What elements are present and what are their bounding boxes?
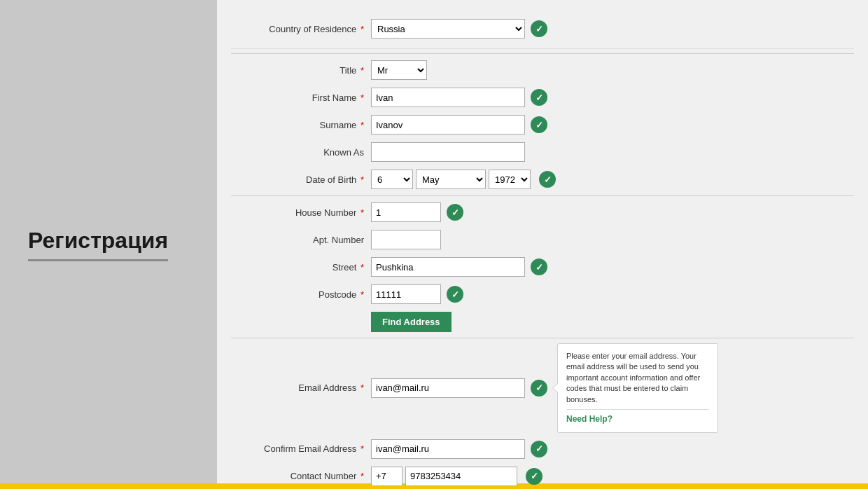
housenumber-label: House Number *	[231, 207, 371, 218]
surname-check	[531, 116, 547, 133]
dob-month-select[interactable]: MayJanuaryFebruaryMarchApril	[416, 170, 486, 189]
street-label: Street *	[231, 262, 371, 273]
dob-day-select[interactable]: 61235	[371, 170, 413, 189]
title-divider	[28, 259, 168, 261]
street-input[interactable]	[371, 257, 525, 277]
email-label: Email Address *	[231, 383, 371, 393]
aptnumber-row: Apt. Number	[231, 228, 854, 251]
street-required: *	[360, 262, 364, 273]
street-check	[531, 259, 547, 275]
main-form: Country of Residence * Russia United Kin…	[217, 0, 868, 489]
postcode-check	[447, 286, 463, 303]
postcode-row: Postcode *	[231, 283, 854, 305]
country-required: *	[360, 24, 364, 34]
contact-required: *	[360, 471, 364, 481]
postcode-label: Postcode *	[231, 289, 371, 300]
divider-3	[231, 338, 854, 338]
findaddress-row: Find Address	[231, 310, 854, 333]
dob-check	[539, 171, 556, 188]
confirm-email-check	[531, 441, 547, 457]
dob-row: Date of Birth * 61235 MayJanuaryFebruary…	[231, 168, 854, 191]
firstname-check	[531, 89, 547, 106]
email-tooltip: Please enter your email address. Your em…	[557, 343, 718, 433]
firstname-row: First Name *	[231, 86, 854, 109]
title-select[interactable]: Mr Mrs Ms Dr	[371, 60, 427, 80]
email-row: Email Address * Please enter your email …	[231, 343, 854, 433]
confirm-email-row: Confirm Email Address *	[231, 438, 854, 460]
housenumber-check	[447, 204, 463, 221]
confirm-email-input[interactable]	[371, 439, 525, 459]
phone-prefix-input[interactable]	[371, 467, 402, 486]
confirm-email-label: Confirm Email Address *	[231, 443, 371, 454]
surname-row: Surname *	[231, 113, 854, 136]
find-address-button[interactable]: Find Address	[371, 312, 451, 332]
surname-input[interactable]	[371, 115, 525, 135]
surname-label: Surname *	[231, 120, 371, 130]
left-panel: Регистрация	[0, 0, 217, 489]
aptnumber-label: Apt. Number	[231, 235, 371, 245]
email-input[interactable]	[371, 378, 525, 398]
title-required: *	[360, 65, 364, 76]
firstname-label: First Name *	[231, 92, 371, 103]
firstname-input[interactable]	[371, 88, 525, 107]
dob-required: *	[360, 174, 364, 185]
postcode-input[interactable]	[371, 284, 441, 304]
contact-row: Contact Number *	[231, 465, 854, 488]
street-row: Street *	[231, 256, 854, 278]
contact-fields	[371, 467, 542, 486]
need-help-link[interactable]: Need Help?	[566, 409, 709, 425]
contact-label: Contact Number *	[231, 471, 371, 481]
divider-1	[231, 53, 854, 54]
housenumber-input[interactable]	[371, 202, 441, 222]
firstname-required: *	[360, 92, 364, 103]
confirm-email-required: *	[360, 443, 364, 454]
knownas-row: Known As	[231, 141, 854, 163]
country-label: Country of Residence *	[231, 24, 371, 34]
country-check	[531, 20, 547, 37]
phone-number-input[interactable]	[405, 467, 517, 486]
dob-year-select[interactable]: 1972197019711973	[489, 170, 531, 189]
aptnumber-input[interactable]	[371, 230, 441, 249]
email-required: *	[360, 383, 364, 393]
title-row: Title * Mr Mrs Ms Dr	[231, 59, 854, 81]
dob-label: Date of Birth *	[231, 174, 371, 185]
knownas-label: Known As	[231, 147, 371, 158]
page-title: Регистрация	[28, 228, 168, 254]
title-label: Title *	[231, 65, 371, 76]
dob-selects: 61235 MayJanuaryFebruaryMarchApril 19721…	[371, 170, 556, 189]
knownas-input[interactable]	[371, 142, 525, 162]
divider-2	[231, 195, 854, 196]
housenumber-row: House Number *	[231, 201, 854, 223]
country-section: Country of Residence * Russia United Kin…	[231, 7, 854, 49]
country-select[interactable]: Russia United Kingdom Germany	[371, 19, 525, 39]
email-check	[531, 380, 547, 397]
postcode-required: *	[360, 289, 364, 300]
surname-required: *	[360, 120, 364, 130]
house-required: *	[360, 207, 364, 218]
contact-check	[526, 468, 542, 485]
country-row: Country of Residence * Russia United Kin…	[231, 18, 854, 40]
